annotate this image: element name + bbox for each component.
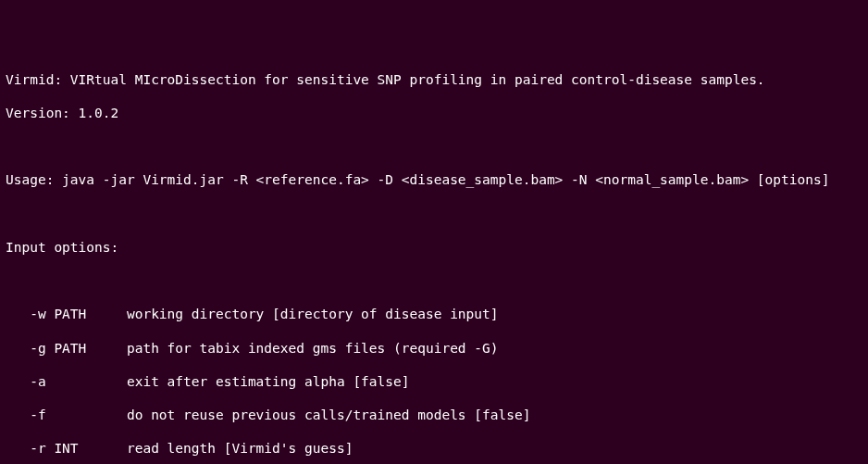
option-f: -f do not reuse previous calls/trained m…: [6, 407, 862, 423]
app-version: Version: 1.0.2: [6, 105, 862, 121]
option-g: -g PATH path for tabix indexed gms files…: [6, 340, 862, 357]
option-a: -a exit after estimating alpha [false]: [6, 373, 862, 390]
blank-line: [6, 272, 862, 289]
option-w: -w PATH working directory [directory of …: [6, 306, 862, 322]
input-options-header: Input options:: [6, 239, 862, 256]
blank-line: [6, 138, 862, 155]
option-r: -r INT read length [Virmid's guess]: [6, 440, 862, 457]
usage-line: Usage: java -jar Virmid.jar -R <referenc…: [6, 171, 862, 188]
app-title: Virmid: VIRtual MIcroDissection for sens…: [6, 71, 862, 88]
blank-line: [6, 206, 862, 222]
